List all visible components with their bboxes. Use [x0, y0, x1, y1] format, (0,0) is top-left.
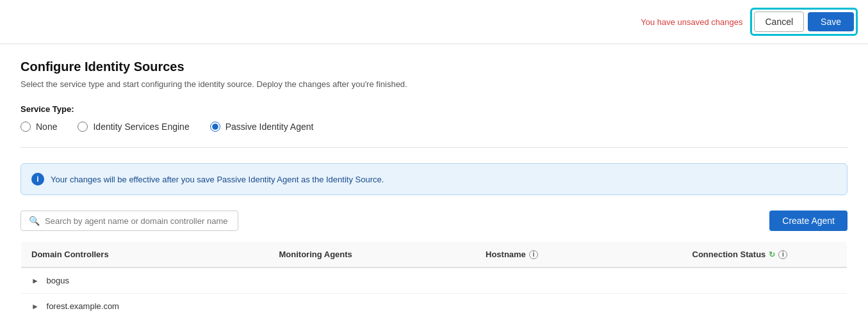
- service-type-label: Service Type:: [20, 104, 848, 114]
- agents-table: Domain Controllers Monitoring Agents Hos…: [20, 241, 848, 319]
- radio-ise[interactable]: Identity Services Engine: [78, 122, 189, 132]
- radio-none[interactable]: None: [20, 122, 57, 132]
- page-title: Configure Identity Sources: [20, 60, 848, 74]
- info-banner: i Your changes will be effective after y…: [20, 163, 848, 195]
- main-content: Configure Identity Sources Select the se…: [0, 44, 868, 334]
- cell-hostname-0: [475, 267, 682, 294]
- cell-monitoring-0: [269, 267, 476, 294]
- cancel-button[interactable]: Cancel: [754, 12, 804, 32]
- col-header-hostname: Hostname i: [475, 242, 682, 268]
- search-input[interactable]: [45, 216, 230, 226]
- radio-pia-input[interactable]: [210, 122, 220, 132]
- table-row: ► forest.example.com: [21, 294, 848, 319]
- info-icon: i: [31, 173, 44, 186]
- info-banner-text: Your changes will be effective after you…: [51, 175, 384, 184]
- radio-none-label: None: [36, 122, 57, 132]
- hostname-info-icon[interactable]: i: [529, 250, 538, 259]
- save-actions-highlight: Cancel Save: [750, 8, 858, 36]
- cell-domain-0: ► bogus: [21, 267, 269, 294]
- save-button[interactable]: Save: [808, 12, 854, 31]
- search-box[interactable]: 🔍: [20, 211, 238, 231]
- col-header-monitoring: Monitoring Agents: [269, 242, 476, 268]
- radio-ise-label: Identity Services Engine: [93, 122, 189, 132]
- table-toolbar: 🔍 Create Agent: [20, 211, 848, 231]
- cell-status-1: [682, 294, 848, 319]
- radio-none-input[interactable]: [20, 122, 31, 132]
- col-header-status: Connection Status ↻ i: [682, 242, 848, 268]
- create-agent-button[interactable]: Create Agent: [769, 211, 848, 231]
- page-subtitle: Select the service type and start config…: [20, 79, 848, 89]
- expand-icon-1[interactable]: ►: [31, 302, 39, 311]
- radio-pia-label: Passive Identity Agent: [225, 122, 314, 132]
- status-refresh-icon[interactable]: ↻: [769, 250, 775, 259]
- expand-icon-0[interactable]: ►: [31, 276, 39, 285]
- cell-hostname-1: [475, 294, 682, 319]
- service-type-radio-group: None Identity Services Engine Passive Id…: [20, 122, 848, 132]
- section-divider: [20, 147, 848, 148]
- radio-pia[interactable]: Passive Identity Agent: [210, 122, 314, 132]
- status-info-icon[interactable]: i: [778, 250, 787, 259]
- top-bar: You have unsaved changes Cancel Save: [0, 0, 868, 44]
- radio-ise-input[interactable]: [78, 122, 88, 132]
- search-icon: 🔍: [29, 216, 40, 226]
- table-row: ► bogus: [21, 267, 848, 294]
- unsaved-changes-text: You have unsaved changes: [641, 17, 742, 27]
- cell-status-0: [682, 267, 848, 294]
- table-header-row: Domain Controllers Monitoring Agents Hos…: [21, 242, 848, 268]
- col-header-domain: Domain Controllers: [21, 242, 269, 268]
- cell-monitoring-1: [269, 294, 476, 319]
- cell-domain-1: ► forest.example.com: [21, 294, 269, 319]
